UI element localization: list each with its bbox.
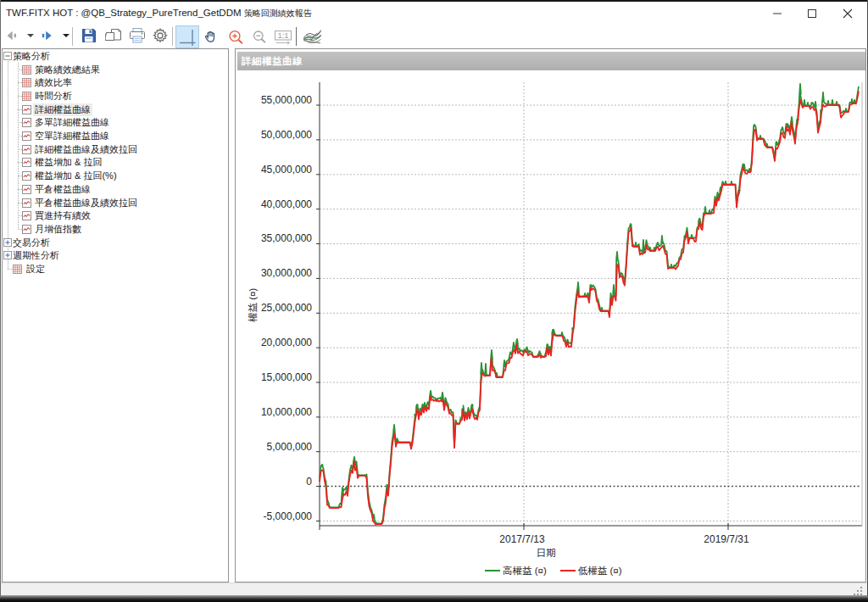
svg-text:1:1: 1:1 [277,31,288,40]
